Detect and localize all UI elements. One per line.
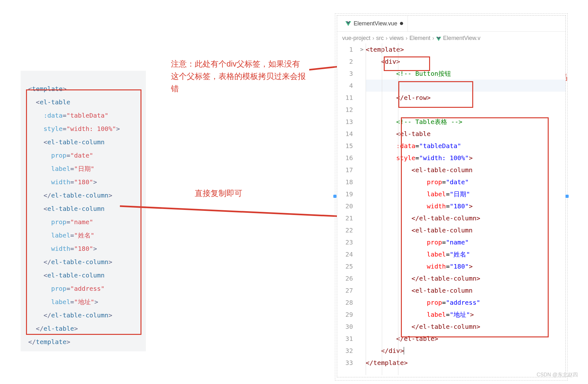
vue-icon <box>345 21 351 26</box>
tab-elementview[interactable]: ElementView.vue <box>341 16 408 31</box>
vue-icon <box>436 36 441 41</box>
tab-label: ElementView.vue <box>354 20 397 27</box>
code-area[interactable]: 123 41112 131415 161718 192021 222324 25… <box>337 43 565 375</box>
chevron-right-icon: › <box>432 35 434 42</box>
chevron-right-icon[interactable]: > <box>358 43 366 55</box>
line-gutter: 123 41112 131415 161718 192021 222324 25… <box>337 43 358 375</box>
tab-dirty-icon <box>400 22 403 25</box>
watermark: CSDN @东北赵四 <box>537 372 578 378</box>
left-code-pre: <template> <el-table :data="tableData" s… <box>28 82 146 348</box>
chevron-right-icon: › <box>386 35 388 42</box>
fold-column[interactable]: > <box>358 43 366 375</box>
bc-item[interactable]: src <box>376 35 384 42</box>
left-template-code: <template> <el-table :data="tableData" s… <box>21 71 146 351</box>
selection-handle[interactable] <box>565 195 569 198</box>
bc-item[interactable]: Element <box>409 35 430 42</box>
code-body[interactable]: <template> <div> <!-- Button按钮 <el-row> … <box>366 43 565 375</box>
chevron-right-icon: › <box>406 35 408 42</box>
editor-tab-bar: ElementView.vue <box>337 16 565 32</box>
breadcrumbs[interactable]: vue-project › src › views › Element › El… <box>337 32 565 43</box>
selection-handle[interactable] <box>333 195 336 198</box>
annotation-copy-direct: 直接复制即可 <box>195 187 242 199</box>
annotation-div-parent-warning: 注意：此处有个div父标签，如果没有这个父标签，表格的模板拷贝过来会报错 <box>171 58 307 94</box>
chevron-right-icon: › <box>372 35 374 42</box>
bc-item[interactable]: vue-project <box>342 35 370 42</box>
bc-item[interactable]: ElementView.v <box>443 35 480 42</box>
bc-item[interactable]: views <box>389 35 404 42</box>
vscode-editor: ElementView.vue vue-project › src › view… <box>337 15 566 377</box>
